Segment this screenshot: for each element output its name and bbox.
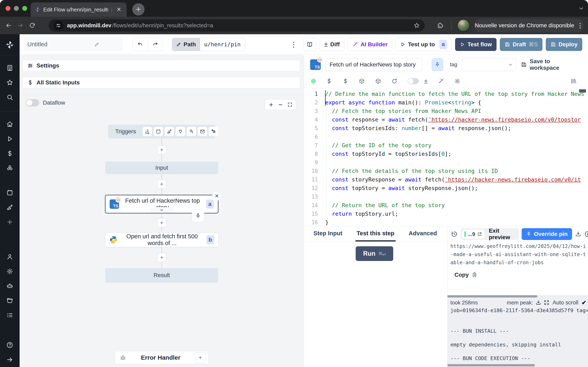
- test-flow-button[interactable]: Test flow: [455, 38, 497, 51]
- rail-item-users[interactable]: [0, 249, 20, 264]
- chrome-update-button[interactable]: Nouvelle version de Chrome disponible ⋮: [474, 18, 584, 33]
- tab-search-caret-icon[interactable]: [578, 5, 584, 11]
- close-window-button[interactable]: [6, 6, 10, 11]
- rail-item-favorites[interactable]: [0, 75, 20, 90]
- add-step-button[interactable]: [157, 145, 166, 154]
- external-link-icon[interactable]: [477, 232, 482, 236]
- tab-step-input[interactable]: Step Input: [312, 226, 344, 242]
- trigger-kafka-icon[interactable]: [187, 127, 196, 136]
- fullscreen-window-button[interactable]: [22, 6, 27, 11]
- collapse-step-icon[interactable]: [150, 207, 173, 213]
- dollar-icon[interactable]: [326, 78, 332, 84]
- forward-icon[interactable]: [17, 22, 24, 29]
- rail-item-help[interactable]: [0, 338, 20, 352]
- exit-preview-button[interactable]: Exit preview: [485, 227, 518, 241]
- minimize-window-button[interactable]: [14, 6, 19, 11]
- rail-item-workspace[interactable]: [0, 60, 20, 75]
- trigger-routes-icon[interactable]: [164, 127, 174, 136]
- dollar-icon[interactable]: [342, 78, 348, 84]
- history-icon[interactable]: [451, 231, 458, 238]
- result-node[interactable]: Result: [105, 268, 218, 282]
- rail-item-home[interactable]: [0, 117, 20, 132]
- rail-item-triggers[interactable]: [0, 200, 20, 215]
- browser-tab[interactable]: Edit Flow u/henri/pin_results | ✕: [31, 2, 127, 17]
- refresh-icon[interactable]: [391, 78, 398, 84]
- remove-step-button[interactable]: ✕: [212, 191, 222, 201]
- error-handler-node[interactable]: Error Handler: [115, 351, 209, 364]
- test-up-to-button[interactable]: Test up toa: [396, 38, 452, 51]
- reload-icon[interactable]: [29, 22, 35, 29]
- ai-builder-button[interactable]: AI Builder: [348, 38, 392, 51]
- package-icon[interactable]: [375, 78, 381, 84]
- gear-icon[interactable]: [454, 78, 460, 84]
- profile-avatar[interactable]: [457, 19, 470, 32]
- plusminus-icon[interactable]: ±: [424, 77, 428, 85]
- undo-button[interactable]: [132, 38, 148, 51]
- more-options-icon[interactable]: ⋮: [290, 40, 297, 49]
- job-chip[interactable]: ...9: [462, 229, 485, 239]
- trigger-websocket-icon[interactable]: [176, 127, 185, 136]
- step-title-input[interactable]: [325, 58, 423, 71]
- rail-item-schedules[interactable]: [0, 185, 20, 200]
- add-error-handler-button[interactable]: [195, 352, 206, 363]
- rail-item-settings[interactable]: [0, 264, 20, 279]
- all-static-inputs-button[interactable]: All Static Inputs: [22, 77, 300, 88]
- editor-minimap[interactable]: [579, 89, 586, 92]
- tab-close-button[interactable]: ✕: [115, 6, 122, 13]
- trigger-webhook-icon[interactable]: [143, 127, 152, 136]
- override-pin-button[interactable]: Override pin: [522, 228, 572, 240]
- new-tab-button[interactable]: +: [132, 3, 145, 16]
- tab-advanced[interactable]: Advanced: [407, 226, 438, 242]
- redo-button[interactable]: [148, 38, 163, 51]
- autoscroll-check-icon[interactable]: ✔: [582, 299, 586, 306]
- rail-item-expand-sidebar[interactable]: [0, 352, 20, 367]
- settings-button[interactable]: Settings: [22, 60, 300, 71]
- rail-item-create[interactable]: [0, 215, 20, 229]
- zoom-in-button[interactable]: +: [267, 100, 276, 109]
- add-step-button[interactable]: [157, 180, 166, 189]
- trigger-watch-icon[interactable]: [209, 127, 218, 136]
- run-button[interactable]: Run ⌘↵: [356, 246, 393, 261]
- site-info-icon[interactable]: [53, 21, 63, 30]
- wand-icon[interactable]: [438, 78, 444, 84]
- docs-button[interactable]: [303, 38, 316, 51]
- step-node-a[interactable]: TS Fetch url of HackerNews top story a ✕: [105, 195, 218, 213]
- triggers-node[interactable]: Triggers: [108, 125, 215, 138]
- rail-item-folders[interactable]: [0, 293, 20, 308]
- fit-view-button[interactable]: [285, 100, 295, 109]
- rail-item-resources[interactable]: [0, 161, 20, 175]
- rail-item-logo[interactable]: [0, 34, 20, 55]
- bookmark-star-icon[interactable]: [414, 22, 420, 29]
- rail-item-variables[interactable]: [0, 146, 20, 161]
- diff-button[interactable]: ±Diff: [320, 38, 345, 51]
- rail-item-workers[interactable]: [0, 278, 20, 293]
- path-edit-button[interactable]: Path: [172, 38, 200, 51]
- dataflow-toggle[interactable]: [26, 99, 39, 106]
- extensions-icon[interactable]: [437, 22, 443, 29]
- edit-pencil-icon[interactable]: [74, 42, 119, 47]
- add-step-button[interactable]: [157, 253, 166, 262]
- code-editor[interactable]: 12345678910111213141516 // Define the ma…: [304, 88, 588, 226]
- download-logs-icon[interactable]: [535, 300, 541, 306]
- deploy-button[interactable]: Deploy: [546, 38, 582, 51]
- path-value[interactable]: u/henri/pin: [200, 38, 245, 51]
- back-icon[interactable]: [5, 22, 12, 29]
- copy-button[interactable]: Copy: [454, 272, 477, 278]
- pinned-indicator[interactable]: [192, 210, 204, 222]
- rail-item-search[interactable]: [0, 90, 20, 105]
- diff-toggle[interactable]: [408, 78, 419, 84]
- chrome-menu-icon[interactable]: ⋮: [577, 22, 583, 29]
- input-node[interactable]: Input: [105, 162, 218, 174]
- pin-toggle-button[interactable]: [432, 58, 443, 71]
- download-result-icon[interactable]: [575, 231, 581, 237]
- library-icon[interactable]: [571, 78, 577, 84]
- save-to-workspace-button[interactable]: Save to workspace: [521, 58, 580, 71]
- trigger-schedule-icon[interactable]: [154, 127, 163, 136]
- log-scrollbar-top[interactable]: [448, 295, 537, 298]
- expand-logs-icon[interactable]: [544, 300, 550, 306]
- tab-test-this-step[interactable]: Test this step: [355, 226, 396, 242]
- zoom-out-button[interactable]: −: [276, 100, 285, 109]
- package-icon[interactable]: [359, 78, 365, 84]
- draft-button[interactable]: Draft⌘S: [500, 38, 542, 51]
- tag-select[interactable]: [462, 58, 516, 71]
